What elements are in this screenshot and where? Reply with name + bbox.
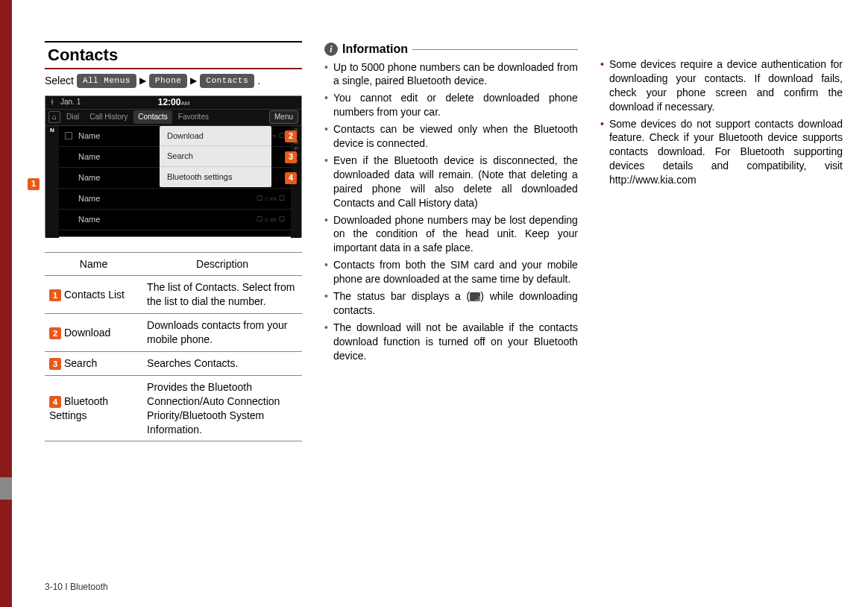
dd-download: Download	[160, 126, 271, 147]
info-item: Up to 5000 phone numbers can be download…	[324, 60, 578, 89]
tab-bar: ⌂ Dial Call History Contacts Favorites M…	[45, 110, 301, 126]
tab-dial: Dial	[62, 110, 84, 124]
dd-bt-settings: Bluetooth settings	[160, 167, 271, 187]
nav-btn-phone: Phone	[149, 74, 188, 88]
badge-3: 3	[49, 358, 61, 370]
menu-button: Menu	[269, 110, 298, 124]
dropdown-menu: Download Search Bluetooth settings	[160, 126, 271, 188]
callout-4: 4	[285, 172, 297, 184]
callout-3: 3	[285, 151, 297, 163]
column-2: i Information Up to 5000 phone numbers c…	[324, 41, 578, 441]
breadcrumb-line: Select All Menus ▶ Phone ▶ Contacts .	[45, 74, 302, 88]
row4-desc: Provides the Bluetooth Connection/Auto C…	[142, 375, 302, 441]
tab-contacts: Contacts	[133, 110, 172, 124]
arrow-icon: ▶	[139, 75, 146, 87]
row2-desc: Downloads contacts from your mobile phon…	[142, 314, 302, 352]
info-item: Even if the Bluetooth device is disconne…	[324, 154, 578, 210]
status-bar: ᚼ Jan. 1 12:00AM	[45, 96, 301, 110]
section-title: Contacts	[45, 44, 121, 68]
info-icon: i	[324, 43, 338, 56]
device-screenshot: ᚼ Jan. 1 12:00AM ⌂ Dial Call History Con…	[45, 95, 302, 237]
status-clock: 12:00	[158, 97, 181, 107]
download-status-icon	[470, 292, 480, 301]
column-3: Some devices require a device authentica…	[600, 41, 843, 441]
home-icon: ⌂	[48, 111, 60, 123]
info-item: The status bar displays a () while downl…	[324, 289, 578, 318]
sidebar-accent	[0, 0, 12, 607]
dd-search: Search	[160, 146, 271, 167]
status-date: Jan. 1	[60, 97, 81, 107]
row3-desc: Searches Contacts.	[142, 352, 302, 376]
info-list: Up to 5000 phone numbers can be download…	[324, 60, 578, 363]
description-table: Name Description 1Contacts List The list…	[45, 252, 302, 442]
info-item: Contacts can be viewed only when the Blu…	[324, 122, 578, 151]
nav-btn-all-menus: All Menus	[77, 74, 136, 88]
info-item: Downloaded phone numbers may be lost dep…	[324, 213, 578, 256]
th-name: Name	[45, 252, 142, 276]
info-item: You cannot edit or delete downloaded pho…	[324, 91, 578, 119]
info-divider	[412, 49, 578, 50]
info-item: Some devices do not support contacts dow…	[600, 117, 843, 187]
callout-2: 2	[285, 130, 297, 142]
sidebar-tab	[0, 477, 12, 500]
select-label: Select	[45, 74, 74, 88]
arrow-icon: ▶	[190, 75, 197, 87]
tab-call-history: Call History	[85, 110, 132, 124]
status-ampm: AM	[180, 100, 189, 107]
info-item: The download will not be available if th…	[324, 321, 578, 363]
alpha-left: N	[45, 126, 59, 238]
callout-1: 1	[28, 178, 40, 190]
page-footer: 3-10 I Bluetooth	[45, 582, 108, 592]
info-item: Contacts from both the SIM card and your…	[324, 258, 578, 286]
nav-btn-contacts: Contacts	[200, 74, 254, 88]
info-heading: i Information	[324, 41, 578, 57]
th-desc: Description	[142, 252, 302, 276]
section-title-bar: Contacts	[45, 41, 302, 69]
tab-favorites: Favorites	[174, 110, 213, 124]
info-label: Information	[342, 41, 408, 57]
info-item: Some devices require a device authentica…	[600, 57, 843, 114]
list-row: Name☐ ⌂ ▭ ☐	[59, 210, 291, 230]
list-row: Name☐ ⌂ ▭ ☐	[59, 189, 291, 210]
period: .	[257, 74, 260, 88]
row1-desc: The list of Contacts. Select from the li…	[142, 276, 302, 314]
row1-name: Contacts List	[64, 289, 125, 301]
info-list-right: Some devices require a device authentica…	[600, 57, 843, 187]
row3-name: Search	[64, 357, 97, 369]
column-1: Contacts Select All Menus ▶ Phone ▶ Cont…	[45, 41, 302, 441]
contact-list: Name☐ ⌂ ▭ ☐ Name Name Name☐ ⌂ ▭ ☐ Name☐ …	[59, 126, 291, 238]
bt-icon: ᚼ	[50, 97, 54, 107]
content-columns: Contacts Select All Menus ▶ Phone ▶ Cont…	[45, 41, 843, 441]
row2-name: Download	[64, 327, 110, 339]
badge-4: 4	[49, 396, 61, 408]
manual-page: Contacts Select All Menus ▶ Phone ▶ Cont…	[0, 0, 868, 607]
badge-2: 2	[49, 327, 61, 339]
badge-1: 1	[49, 289, 61, 301]
